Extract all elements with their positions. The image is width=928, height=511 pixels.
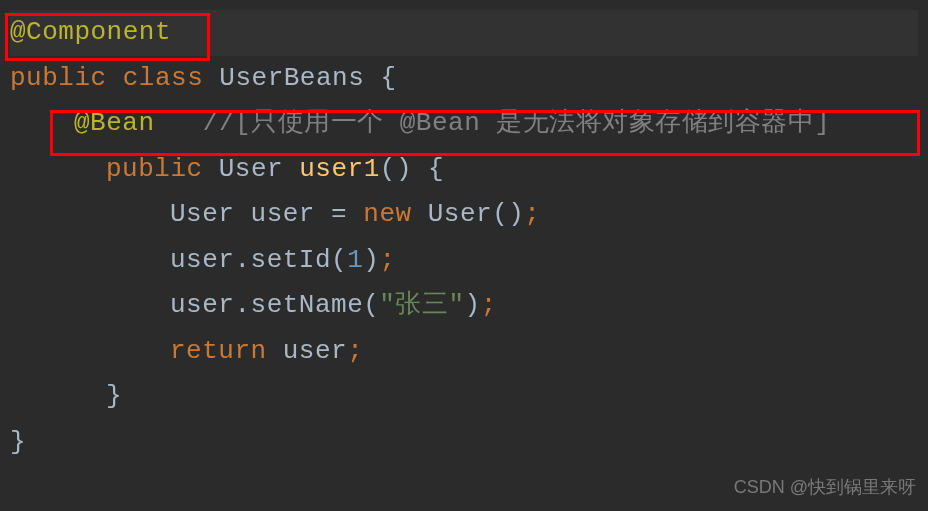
code-line-6: user.setId(1); — [10, 238, 918, 284]
type: User — [170, 199, 234, 229]
class-name: UserBeans — [219, 63, 364, 93]
keyword-return: return — [170, 336, 267, 366]
annotation-component: @Component — [10, 17, 171, 47]
open-brace: { — [428, 154, 444, 184]
code-line-1: @Component — [10, 10, 918, 56]
close-brace: } — [106, 381, 122, 411]
code-line-4: public User user1() { — [10, 147, 918, 193]
code-line-2: public class UserBeans { — [10, 56, 918, 102]
comment-text: //[只使用一个 @Bean 是无法将对象存储到容器中] — [203, 108, 831, 138]
code-editor[interactable]: @Component public class UserBeans { @Bea… — [10, 10, 918, 465]
object: user — [170, 290, 234, 320]
code-line-10: } — [10, 420, 918, 466]
method-call: setId — [251, 245, 332, 275]
parens: () — [380, 154, 412, 184]
string-literal: "张三" — [379, 290, 464, 320]
var-name: user — [251, 199, 315, 229]
code-line-3: @Bean //[只使用一个 @Bean 是无法将对象存储到容器中] — [10, 101, 918, 147]
number-literal: 1 — [347, 245, 363, 275]
return-type: User — [219, 154, 283, 184]
keyword-new: new — [363, 199, 411, 229]
keyword-class: class — [123, 63, 204, 93]
method-call: setName — [251, 290, 364, 320]
keyword-public: public — [10, 63, 107, 93]
object: user — [170, 245, 234, 275]
keyword-public: public — [106, 154, 203, 184]
open-brace: { — [380, 63, 396, 93]
method-name: user1 — [299, 154, 380, 184]
annotation-bean: @Bean — [74, 108, 155, 138]
code-line-8: return user; — [10, 329, 918, 375]
var-name: user — [283, 336, 347, 366]
code-line-9: } — [10, 374, 918, 420]
code-line-5: User user = new User(); — [10, 192, 918, 238]
code-line-7: user.setName("张三"); — [10, 283, 918, 329]
constructor: User — [428, 199, 492, 229]
close-brace: } — [10, 427, 26, 457]
watermark: CSDN @快到锅里来呀 — [734, 472, 916, 504]
